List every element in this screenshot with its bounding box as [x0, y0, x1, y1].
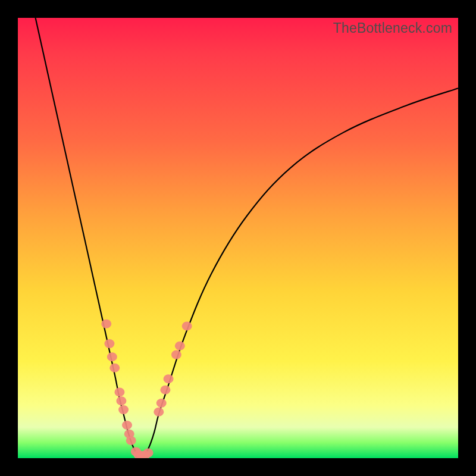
data-marker — [154, 408, 164, 416]
curve-right-branch — [141, 88, 458, 458]
chart-overlay-svg — [18, 18, 458, 458]
data-marker — [101, 320, 111, 328]
data-marker — [116, 396, 126, 405]
data-marker — [118, 405, 129, 414]
data-marker — [107, 352, 117, 361]
data-marker — [109, 364, 120, 372]
data-marker — [143, 449, 154, 458]
data-marker — [164, 374, 174, 383]
data-marker — [114, 388, 124, 397]
data-marker — [160, 386, 170, 394]
plot-area: TheBottleneck.com — [18, 18, 458, 458]
data-marker — [156, 399, 167, 408]
data-marker — [182, 322, 192, 331]
data-markers — [101, 320, 192, 458]
data-marker — [104, 339, 114, 348]
data-marker — [171, 350, 181, 359]
data-marker — [175, 342, 185, 350]
data-marker — [126, 436, 136, 445]
data-marker — [122, 421, 132, 430]
chart-frame: TheBottleneck.com — [0, 0, 476, 476]
